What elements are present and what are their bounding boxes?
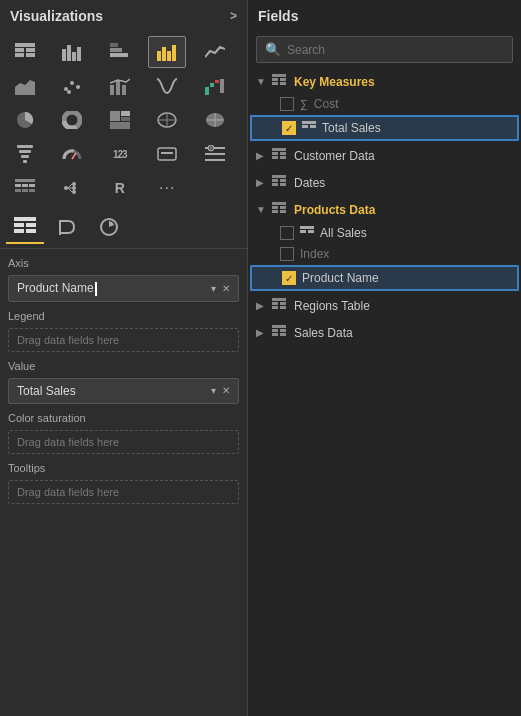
svg-rect-33 xyxy=(121,117,130,121)
stacked-bar-icon[interactable] xyxy=(101,36,139,68)
analytics-tab[interactable] xyxy=(90,212,128,244)
pie-chart-icon[interactable] xyxy=(6,104,44,136)
donut-chart-icon[interactable] xyxy=(53,104,91,136)
r-visual-icon[interactable]: R xyxy=(101,172,139,204)
axis-field-remove-icon[interactable]: ✕ xyxy=(222,283,230,294)
matrix-icon[interactable] xyxy=(6,172,44,204)
svg-rect-64 xyxy=(26,223,36,227)
svg-line-41 xyxy=(72,153,76,159)
dates-header[interactable]: ▶ Dates xyxy=(248,170,521,195)
svg-rect-74 xyxy=(302,125,308,128)
ribbon-chart-icon[interactable] xyxy=(148,70,186,102)
svg-rect-75 xyxy=(310,125,316,128)
svg-rect-71 xyxy=(272,82,278,85)
map-icon[interactable] xyxy=(148,104,186,136)
key-measures-table-icon xyxy=(272,74,286,89)
customer-data-chevron: ▶ xyxy=(256,150,268,161)
svg-rect-76 xyxy=(272,148,286,151)
expand-chevron-icon[interactable]: > xyxy=(230,9,237,23)
svg-point-47 xyxy=(208,145,214,151)
key-measures-label: Key Measures xyxy=(294,75,375,89)
viz-icon-grid: 123 R ··· xyxy=(0,32,247,208)
customer-data-header[interactable]: ▶ Customer Data xyxy=(248,143,521,168)
area-chart-icon[interactable] xyxy=(6,70,44,102)
customer-data-table-icon xyxy=(272,148,286,163)
color-saturation-placeholder[interactable]: Drag data fields here xyxy=(8,430,239,454)
line-chart-icon[interactable] xyxy=(196,36,234,68)
treemap-icon[interactable] xyxy=(101,104,139,136)
fields-tab[interactable] xyxy=(6,212,44,244)
svg-point-55 xyxy=(64,186,68,190)
total-sales-item[interactable]: ✓ Total Sales xyxy=(252,117,517,139)
sales-data-header[interactable]: ▶ Sales Data xyxy=(248,320,521,345)
bar-chart-icon[interactable] xyxy=(53,36,91,68)
svg-rect-10 xyxy=(110,48,122,52)
cost-checkbox xyxy=(280,97,294,111)
value-field-dropdown-icon[interactable]: ▾ xyxy=(211,385,216,396)
customer-data-group: ▶ Customer Data xyxy=(248,143,521,168)
svg-rect-49 xyxy=(15,184,21,187)
more-visuals-icon[interactable]: ··· xyxy=(148,172,186,204)
products-data-label: Products Data xyxy=(294,203,375,217)
slicer-icon[interactable] xyxy=(196,138,234,170)
svg-rect-6 xyxy=(67,45,71,61)
svg-marker-16 xyxy=(15,80,35,95)
value-field-total-sales[interactable]: Total Sales ▾ ✕ xyxy=(8,378,239,404)
scatter-chart-icon[interactable] xyxy=(53,70,91,102)
funnel-icon[interactable] xyxy=(6,138,44,170)
customer-data-label: Customer Data xyxy=(294,149,375,163)
all-sales-item[interactable]: All Sales xyxy=(248,222,521,244)
svg-rect-78 xyxy=(280,152,286,155)
all-sales-label: All Sales xyxy=(320,226,513,240)
viz-toolbar xyxy=(0,208,247,249)
index-item-partial: Index xyxy=(248,244,521,264)
svg-rect-103 xyxy=(280,333,286,336)
all-sales-checkbox[interactable] xyxy=(280,226,294,240)
decomp-tree-icon[interactable] xyxy=(53,172,91,204)
line-bar-combo-icon[interactable] xyxy=(101,70,139,102)
search-input[interactable] xyxy=(287,43,504,57)
card-icon[interactable] xyxy=(148,138,186,170)
value-field-name: Total Sales xyxy=(17,384,211,398)
product-name-item[interactable]: ✓ Product Name xyxy=(252,267,517,289)
svg-point-19 xyxy=(76,85,80,89)
total-sales-checkbox[interactable]: ✓ xyxy=(282,121,296,135)
legend-placeholder[interactable]: Drag data fields here xyxy=(8,328,239,352)
product-name-checkbox[interactable]: ✓ xyxy=(282,271,296,285)
axis-label: Axis xyxy=(8,255,239,271)
value-field-remove-icon[interactable]: ✕ xyxy=(222,385,230,396)
tooltips-placeholder[interactable]: Drag data fields here xyxy=(8,480,239,504)
tooltips-label: Tooltips xyxy=(8,460,239,476)
regions-table-group: ▶ Regions Table xyxy=(248,293,521,318)
svg-rect-80 xyxy=(280,156,286,159)
filled-map-icon[interactable] xyxy=(196,104,234,136)
search-box[interactable]: 🔍 xyxy=(256,36,513,63)
svg-point-18 xyxy=(70,81,74,85)
svg-rect-9 xyxy=(110,53,128,57)
value-field-controls: ▾ ✕ xyxy=(211,385,230,396)
products-data-table-icon xyxy=(272,202,286,217)
table-icon[interactable] xyxy=(6,36,44,68)
svg-rect-54 xyxy=(29,189,35,192)
axis-field-dropdown-icon[interactable]: ▾ xyxy=(211,283,216,294)
svg-rect-98 xyxy=(280,306,286,309)
format-tab[interactable] xyxy=(48,212,86,244)
clustered-column-icon[interactable] xyxy=(148,36,186,68)
svg-rect-86 xyxy=(272,202,286,205)
svg-line-58 xyxy=(68,188,72,192)
axis-field-product-name[interactable]: Product Name ▾ ✕ xyxy=(8,275,239,302)
axis-well: Axis Product Name ▾ ✕ xyxy=(8,255,239,302)
products-data-header[interactable]: ▼ Products Data xyxy=(248,197,521,222)
svg-rect-83 xyxy=(280,179,286,182)
svg-rect-21 xyxy=(110,85,114,95)
regions-table-header[interactable]: ▶ Regions Table xyxy=(248,293,521,318)
svg-rect-99 xyxy=(272,325,286,328)
key-measures-header[interactable]: ▼ Key Measures xyxy=(248,69,521,94)
kpi-icon[interactable]: 123 xyxy=(101,138,139,170)
svg-rect-101 xyxy=(280,329,286,332)
product-name-label: Product Name xyxy=(302,271,509,285)
svg-line-56 xyxy=(68,184,72,188)
svg-rect-95 xyxy=(272,302,278,305)
waterfall-icon[interactable] xyxy=(196,70,234,102)
gauge-icon[interactable] xyxy=(53,138,91,170)
